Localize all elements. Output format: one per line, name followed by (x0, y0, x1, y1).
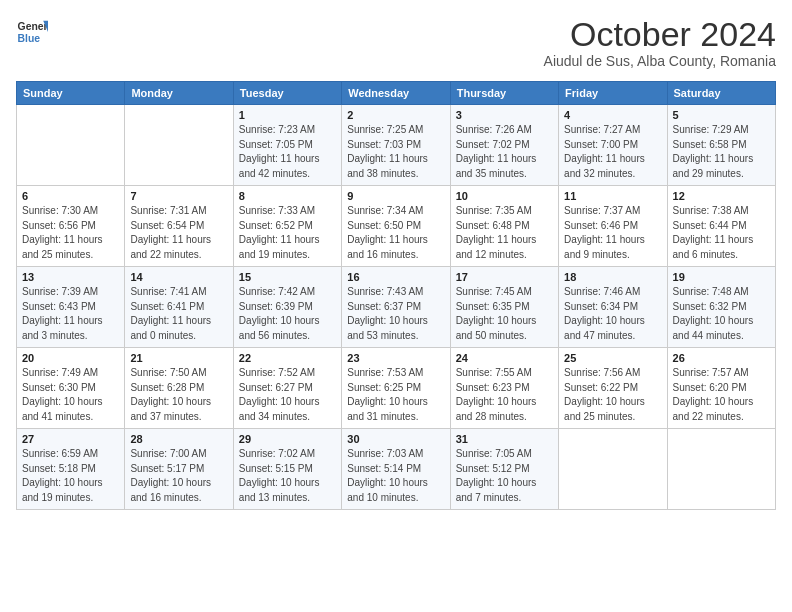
calendar-cell: 18Sunrise: 7:46 AM Sunset: 6:34 PM Dayli… (559, 267, 667, 348)
calendar-cell: 2Sunrise: 7:25 AM Sunset: 7:03 PM Daylig… (342, 105, 450, 186)
day-info: Sunrise: 7:03 AM Sunset: 5:14 PM Dayligh… (347, 447, 444, 505)
calendar-cell: 15Sunrise: 7:42 AM Sunset: 6:39 PM Dayli… (233, 267, 341, 348)
calendar-cell: 14Sunrise: 7:41 AM Sunset: 6:41 PM Dayli… (125, 267, 233, 348)
day-info: Sunrise: 7:52 AM Sunset: 6:27 PM Dayligh… (239, 366, 336, 424)
day-number: 25 (564, 352, 661, 364)
day-info: Sunrise: 7:27 AM Sunset: 7:00 PM Dayligh… (564, 123, 661, 181)
day-info: Sunrise: 7:48 AM Sunset: 6:32 PM Dayligh… (673, 285, 770, 343)
svg-text:Blue: Blue (18, 33, 41, 44)
calendar-cell: 7Sunrise: 7:31 AM Sunset: 6:54 PM Daylig… (125, 186, 233, 267)
day-number: 4 (564, 109, 661, 121)
calendar-cell: 16Sunrise: 7:43 AM Sunset: 6:37 PM Dayli… (342, 267, 450, 348)
calendar-cell: 23Sunrise: 7:53 AM Sunset: 6:25 PM Dayli… (342, 348, 450, 429)
month-title: October 2024 (544, 16, 776, 53)
calendar-cell: 10Sunrise: 7:35 AM Sunset: 6:48 PM Dayli… (450, 186, 558, 267)
day-info: Sunrise: 7:05 AM Sunset: 5:12 PM Dayligh… (456, 447, 553, 505)
day-number: 9 (347, 190, 444, 202)
day-number: 14 (130, 271, 227, 283)
calendar-cell: 13Sunrise: 7:39 AM Sunset: 6:43 PM Dayli… (17, 267, 125, 348)
svg-text:General: General (18, 21, 48, 32)
day-info: Sunrise: 7:43 AM Sunset: 6:37 PM Dayligh… (347, 285, 444, 343)
day-number: 7 (130, 190, 227, 202)
calendar-cell: 4Sunrise: 7:27 AM Sunset: 7:00 PM Daylig… (559, 105, 667, 186)
day-info: Sunrise: 7:29 AM Sunset: 6:58 PM Dayligh… (673, 123, 770, 181)
week-row-3: 13Sunrise: 7:39 AM Sunset: 6:43 PM Dayli… (17, 267, 776, 348)
day-number: 22 (239, 352, 336, 364)
logo: General Blue General Blue (16, 16, 48, 48)
day-info: Sunrise: 7:50 AM Sunset: 6:28 PM Dayligh… (130, 366, 227, 424)
logo-icon: General Blue (16, 16, 48, 48)
title-block: October 2024 Aiudul de Sus, Alba County,… (544, 16, 776, 69)
day-number: 10 (456, 190, 553, 202)
col-header-wednesday: Wednesday (342, 82, 450, 105)
day-info: Sunrise: 7:41 AM Sunset: 6:41 PM Dayligh… (130, 285, 227, 343)
day-number: 17 (456, 271, 553, 283)
calendar-cell: 11Sunrise: 7:37 AM Sunset: 6:46 PM Dayli… (559, 186, 667, 267)
day-number: 20 (22, 352, 119, 364)
col-header-tuesday: Tuesday (233, 82, 341, 105)
day-number: 21 (130, 352, 227, 364)
day-info: Sunrise: 6:59 AM Sunset: 5:18 PM Dayligh… (22, 447, 119, 505)
calendar-cell: 8Sunrise: 7:33 AM Sunset: 6:52 PM Daylig… (233, 186, 341, 267)
day-info: Sunrise: 7:30 AM Sunset: 6:56 PM Dayligh… (22, 204, 119, 262)
day-number: 28 (130, 433, 227, 445)
day-number: 1 (239, 109, 336, 121)
day-info: Sunrise: 7:46 AM Sunset: 6:34 PM Dayligh… (564, 285, 661, 343)
day-info: Sunrise: 7:49 AM Sunset: 6:30 PM Dayligh… (22, 366, 119, 424)
day-info: Sunrise: 7:39 AM Sunset: 6:43 PM Dayligh… (22, 285, 119, 343)
page-header: General Blue General Blue October 2024 A… (16, 16, 776, 69)
day-info: Sunrise: 7:34 AM Sunset: 6:50 PM Dayligh… (347, 204, 444, 262)
week-row-5: 27Sunrise: 6:59 AM Sunset: 5:18 PM Dayli… (17, 429, 776, 510)
calendar-cell: 24Sunrise: 7:55 AM Sunset: 6:23 PM Dayli… (450, 348, 558, 429)
day-number: 5 (673, 109, 770, 121)
calendar-cell: 29Sunrise: 7:02 AM Sunset: 5:15 PM Dayli… (233, 429, 341, 510)
day-info: Sunrise: 7:45 AM Sunset: 6:35 PM Dayligh… (456, 285, 553, 343)
day-number: 2 (347, 109, 444, 121)
calendar-cell: 28Sunrise: 7:00 AM Sunset: 5:17 PM Dayli… (125, 429, 233, 510)
week-row-2: 6Sunrise: 7:30 AM Sunset: 6:56 PM Daylig… (17, 186, 776, 267)
col-header-thursday: Thursday (450, 82, 558, 105)
calendar-cell: 6Sunrise: 7:30 AM Sunset: 6:56 PM Daylig… (17, 186, 125, 267)
day-number: 12 (673, 190, 770, 202)
calendar-cell: 21Sunrise: 7:50 AM Sunset: 6:28 PM Dayli… (125, 348, 233, 429)
calendar-cell (559, 429, 667, 510)
calendar-table: SundayMondayTuesdayWednesdayThursdayFrid… (16, 81, 776, 510)
day-number: 23 (347, 352, 444, 364)
calendar-cell: 19Sunrise: 7:48 AM Sunset: 6:32 PM Dayli… (667, 267, 775, 348)
day-number: 3 (456, 109, 553, 121)
day-info: Sunrise: 7:23 AM Sunset: 7:05 PM Dayligh… (239, 123, 336, 181)
day-info: Sunrise: 7:26 AM Sunset: 7:02 PM Dayligh… (456, 123, 553, 181)
header-row: SundayMondayTuesdayWednesdayThursdayFrid… (17, 82, 776, 105)
week-row-1: 1Sunrise: 7:23 AM Sunset: 7:05 PM Daylig… (17, 105, 776, 186)
day-number: 11 (564, 190, 661, 202)
day-number: 18 (564, 271, 661, 283)
day-info: Sunrise: 7:02 AM Sunset: 5:15 PM Dayligh… (239, 447, 336, 505)
day-info: Sunrise: 7:00 AM Sunset: 5:17 PM Dayligh… (130, 447, 227, 505)
calendar-cell: 20Sunrise: 7:49 AM Sunset: 6:30 PM Dayli… (17, 348, 125, 429)
calendar-cell: 12Sunrise: 7:38 AM Sunset: 6:44 PM Dayli… (667, 186, 775, 267)
calendar-cell (667, 429, 775, 510)
day-number: 30 (347, 433, 444, 445)
col-header-saturday: Saturday (667, 82, 775, 105)
day-number: 31 (456, 433, 553, 445)
calendar-cell: 22Sunrise: 7:52 AM Sunset: 6:27 PM Dayli… (233, 348, 341, 429)
calendar-cell: 30Sunrise: 7:03 AM Sunset: 5:14 PM Dayli… (342, 429, 450, 510)
week-row-4: 20Sunrise: 7:49 AM Sunset: 6:30 PM Dayli… (17, 348, 776, 429)
day-number: 27 (22, 433, 119, 445)
calendar-cell: 17Sunrise: 7:45 AM Sunset: 6:35 PM Dayli… (450, 267, 558, 348)
calendar-cell: 26Sunrise: 7:57 AM Sunset: 6:20 PM Dayli… (667, 348, 775, 429)
day-number: 24 (456, 352, 553, 364)
day-info: Sunrise: 7:35 AM Sunset: 6:48 PM Dayligh… (456, 204, 553, 262)
day-info: Sunrise: 7:57 AM Sunset: 6:20 PM Dayligh… (673, 366, 770, 424)
day-info: Sunrise: 7:55 AM Sunset: 6:23 PM Dayligh… (456, 366, 553, 424)
day-info: Sunrise: 7:42 AM Sunset: 6:39 PM Dayligh… (239, 285, 336, 343)
day-number: 26 (673, 352, 770, 364)
calendar-cell (17, 105, 125, 186)
day-info: Sunrise: 7:38 AM Sunset: 6:44 PM Dayligh… (673, 204, 770, 262)
day-info: Sunrise: 7:31 AM Sunset: 6:54 PM Dayligh… (130, 204, 227, 262)
day-info: Sunrise: 7:37 AM Sunset: 6:46 PM Dayligh… (564, 204, 661, 262)
day-number: 8 (239, 190, 336, 202)
col-header-monday: Monday (125, 82, 233, 105)
calendar-cell (125, 105, 233, 186)
calendar-cell: 1Sunrise: 7:23 AM Sunset: 7:05 PM Daylig… (233, 105, 341, 186)
